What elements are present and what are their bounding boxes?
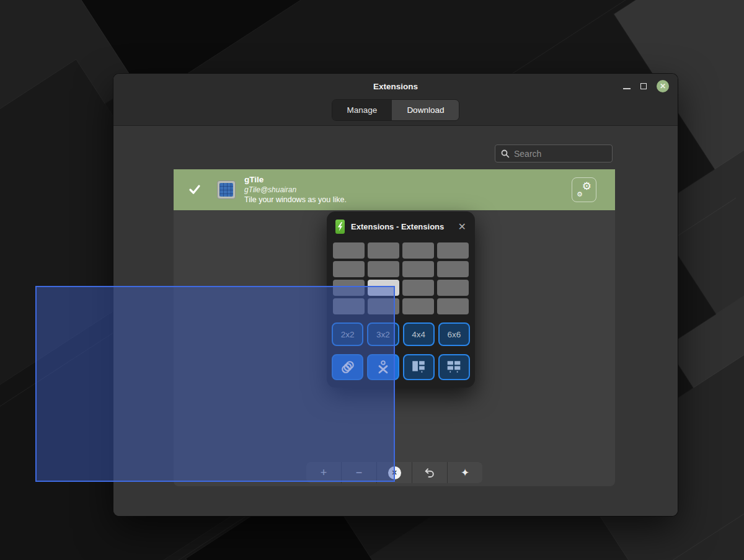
search-icon (501, 149, 510, 158)
close-icon[interactable]: ✕ (657, 80, 669, 92)
bolt-icon (337, 221, 343, 232)
extension-info: gTile gTile@shuairan Tile your windows a… (244, 175, 347, 205)
layout-grid-button[interactable] (438, 354, 470, 380)
desktop-background: Extensions ✕ Manage Download (0, 0, 744, 560)
sparkle-icon: ✦ (461, 466, 469, 479)
size-button-6x6[interactable]: 6x6 (438, 322, 470, 346)
extension-row-gtile[interactable]: gTile gTile@shuairan Tile your windows a… (174, 169, 615, 210)
check-icon (188, 184, 201, 195)
minimize-icon[interactable] (623, 88, 631, 89)
undo-button[interactable] (412, 462, 447, 483)
grid-cell[interactable] (368, 261, 399, 277)
window-title: Extensions (373, 82, 418, 91)
popup-title: Extensions - Extensions (351, 222, 444, 231)
window-controls: ✕ (623, 74, 669, 99)
popup-close-icon[interactable]: ✕ (458, 221, 466, 233)
layout-grid-icon (446, 360, 462, 375)
grid-cell[interactable] (437, 261, 469, 277)
titlebar[interactable]: Extensions ✕ (113, 74, 678, 99)
grid-cell[interactable] (437, 280, 469, 296)
undo-icon (424, 467, 435, 478)
grid-cell[interactable] (333, 242, 365, 259)
grid-cell[interactable] (437, 298, 469, 314)
gears-icon: ⚙ (582, 180, 591, 193)
extension-settings-button[interactable]: ⚙ ⚙ (572, 177, 596, 202)
tab-download[interactable]: Download (392, 100, 459, 120)
search-box[interactable] (495, 144, 613, 162)
extension-description: Tile your windows as you like. (244, 195, 347, 205)
size-button-4x4[interactable]: 4x4 (403, 322, 435, 346)
gtile-extension-icon (217, 180, 236, 199)
grid-cell[interactable] (437, 242, 469, 259)
layout-main-side-button[interactable] (403, 354, 435, 380)
extensions-app-icon (335, 220, 345, 234)
tab-group: Manage Download (332, 99, 460, 121)
grid-cell[interactable] (402, 242, 434, 259)
grid-cell[interactable] (402, 261, 434, 277)
gears-icon: ⚙ (577, 190, 583, 198)
snap-button[interactable]: ✦ (448, 462, 482, 483)
tab-manage[interactable]: Manage (332, 100, 392, 120)
grid-cell[interactable] (402, 298, 434, 314)
layout-main-side-icon (410, 360, 427, 375)
search-input[interactable] (514, 149, 601, 159)
maximize-icon[interactable] (640, 83, 647, 89)
extension-name: gTile (244, 175, 347, 185)
extension-uuid: gTile@shuairan (244, 185, 347, 195)
enabled-indicator (188, 184, 210, 195)
grid-cell[interactable] (368, 242, 399, 259)
popup-header: Extensions - Extensions ✕ (327, 211, 475, 241)
grid-cell[interactable] (402, 280, 434, 296)
grid-cell[interactable] (333, 261, 365, 277)
tile-selection-overlay (35, 286, 395, 482)
tab-bar: Manage Download (113, 99, 678, 126)
gtile-icon-screen (219, 183, 233, 197)
